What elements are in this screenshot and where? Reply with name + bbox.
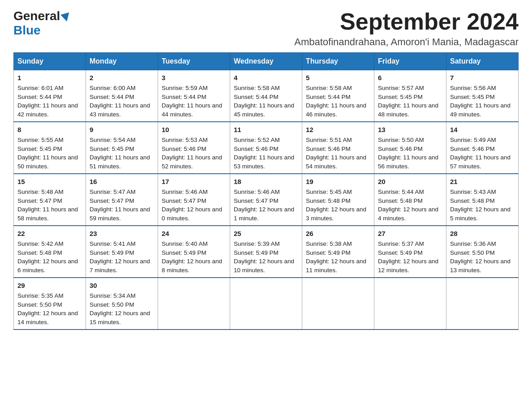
header-friday: Friday [374, 53, 446, 70]
sunset-label: Sunset: 5:49 PM [306, 249, 351, 256]
sunset-label: Sunset: 5:48 PM [450, 197, 495, 204]
header-sunday: Sunday [14, 53, 86, 70]
sunrise-label: Sunrise: 6:00 AM [90, 85, 136, 91]
table-row: 10 Sunrise: 5:53 AM Sunset: 5:46 PM Dayl… [158, 122, 230, 174]
daylight-label: Daylight: 12 hours and 6 minutes. [17, 258, 78, 274]
sunset-label: Sunset: 5:48 PM [378, 197, 423, 204]
day-number: 11 [234, 125, 298, 135]
daylight-label: Daylight: 11 hours and 56 minutes. [378, 154, 438, 170]
sunrise-label: Sunrise: 5:58 AM [306, 85, 352, 91]
table-row: 29 Sunrise: 5:35 AM Sunset: 5:50 PM Dayl… [14, 278, 86, 330]
sunrise-label: Sunrise: 5:44 AM [378, 188, 424, 195]
daylight-label: Daylight: 11 hours and 59 minutes. [90, 206, 150, 222]
sunset-label: Sunset: 5:47 PM [234, 197, 279, 204]
sunset-label: Sunset: 5:46 PM [378, 146, 423, 152]
day-number: 27 [378, 229, 442, 239]
day-number: 8 [17, 125, 82, 135]
day-number: 17 [162, 177, 226, 187]
sunrise-label: Sunrise: 5:39 AM [234, 240, 280, 247]
daylight-label: Daylight: 12 hours and 10 minutes. [234, 258, 294, 274]
table-row: 12 Sunrise: 5:51 AM Sunset: 5:46 PM Dayl… [302, 122, 374, 174]
daylight-label: Daylight: 11 hours and 51 minutes. [90, 154, 150, 170]
daylight-label: Daylight: 12 hours and 4 minutes. [378, 206, 438, 222]
header-tuesday: Tuesday [158, 53, 230, 70]
daylight-label: Daylight: 12 hours and 11 minutes. [306, 258, 366, 274]
table-row [374, 278, 446, 330]
daylight-label: Daylight: 12 hours and 8 minutes. [162, 258, 222, 274]
table-row: 4 Sunrise: 5:58 AM Sunset: 5:44 PM Dayli… [230, 70, 302, 122]
sunset-label: Sunset: 5:45 PM [17, 146, 62, 152]
sunset-label: Sunset: 5:44 PM [234, 94, 279, 100]
sunset-label: Sunset: 5:44 PM [90, 94, 134, 100]
sunrise-label: Sunrise: 5:54 AM [90, 137, 136, 143]
calendar-row: 1 Sunrise: 6:01 AM Sunset: 5:44 PM Dayli… [14, 70, 519, 122]
daylight-label: Daylight: 11 hours and 42 minutes. [17, 102, 78, 118]
day-number: 10 [162, 125, 226, 135]
daylight-label: Daylight: 11 hours and 53 minutes. [234, 154, 294, 170]
daylight-label: Daylight: 11 hours and 46 minutes. [306, 102, 366, 118]
table-row: 19 Sunrise: 5:45 AM Sunset: 5:48 PM Dayl… [302, 174, 374, 226]
daylight-label: Daylight: 11 hours and 44 minutes. [162, 102, 222, 118]
table-row: 16 Sunrise: 5:47 AM Sunset: 5:47 PM Dayl… [86, 174, 158, 226]
header-saturday: Saturday [446, 53, 519, 70]
sunset-label: Sunset: 5:50 PM [17, 301, 62, 308]
sunrise-label: Sunrise: 5:50 AM [378, 137, 424, 143]
sunrise-label: Sunrise: 5:59 AM [162, 85, 208, 91]
sunrise-label: Sunrise: 5:46 AM [234, 188, 280, 195]
day-number: 26 [306, 229, 370, 239]
table-row: 21 Sunrise: 5:43 AM Sunset: 5:48 PM Dayl… [446, 174, 519, 226]
sunrise-label: Sunrise: 5:53 AM [162, 137, 208, 143]
day-number: 15 [17, 177, 82, 187]
calendar-table: Sunday Monday Tuesday Wednesday Thursday… [13, 52, 519, 330]
calendar-header-row: Sunday Monday Tuesday Wednesday Thursday… [14, 53, 519, 70]
logo: General Blue [13, 9, 70, 38]
day-number: 6 [378, 73, 442, 83]
sunset-label: Sunset: 5:46 PM [306, 146, 351, 152]
sunrise-label: Sunrise: 5:36 AM [450, 240, 496, 247]
table-row: 26 Sunrise: 5:38 AM Sunset: 5:49 PM Dayl… [302, 226, 374, 278]
calendar-row: 8 Sunrise: 5:55 AM Sunset: 5:45 PM Dayli… [14, 122, 519, 174]
day-number: 9 [90, 125, 154, 135]
sunrise-label: Sunrise: 5:56 AM [450, 85, 496, 91]
daylight-label: Daylight: 12 hours and 5 minutes. [450, 206, 511, 222]
sunset-label: Sunset: 5:45 PM [378, 94, 423, 100]
table-row: 13 Sunrise: 5:50 AM Sunset: 5:46 PM Dayl… [374, 122, 446, 174]
day-number: 29 [17, 281, 82, 291]
table-row: 24 Sunrise: 5:40 AM Sunset: 5:49 PM Dayl… [158, 226, 230, 278]
title-section: September 2024 Ambatofinandrahana, Amoro… [294, 9, 519, 48]
daylight-label: Daylight: 12 hours and 12 minutes. [378, 258, 438, 274]
sunrise-label: Sunrise: 5:45 AM [306, 188, 352, 195]
table-row: 8 Sunrise: 5:55 AM Sunset: 5:45 PM Dayli… [14, 122, 86, 174]
sunrise-label: Sunrise: 5:41 AM [90, 240, 136, 247]
calendar-row: 22 Sunrise: 5:42 AM Sunset: 5:48 PM Dayl… [14, 226, 519, 278]
table-row: 11 Sunrise: 5:52 AM Sunset: 5:46 PM Dayl… [230, 122, 302, 174]
sunrise-label: Sunrise: 5:42 AM [17, 240, 64, 247]
sunrise-label: Sunrise: 5:47 AM [90, 188, 136, 195]
day-number: 14 [450, 125, 515, 135]
sunrise-label: Sunrise: 5:35 AM [17, 292, 64, 299]
table-row: 18 Sunrise: 5:46 AM Sunset: 5:47 PM Dayl… [230, 174, 302, 226]
table-row: 7 Sunrise: 5:56 AM Sunset: 5:45 PM Dayli… [446, 70, 519, 122]
table-row: 3 Sunrise: 5:59 AM Sunset: 5:44 PM Dayli… [158, 70, 230, 122]
table-row [230, 278, 302, 330]
sunset-label: Sunset: 5:49 PM [234, 249, 279, 256]
day-number: 30 [90, 281, 154, 291]
daylight-label: Daylight: 12 hours and 1 minute. [234, 206, 294, 222]
table-row: 5 Sunrise: 5:58 AM Sunset: 5:44 PM Dayli… [302, 70, 374, 122]
logo-blue-text: Blue [13, 23, 41, 38]
sunset-label: Sunset: 5:50 PM [90, 301, 134, 308]
daylight-label: Daylight: 11 hours and 50 minutes. [17, 154, 78, 170]
location-title: Ambatofinandrahana, Amoron'i Mania, Mada… [294, 36, 519, 48]
sunrise-label: Sunrise: 5:48 AM [17, 188, 64, 195]
header-thursday: Thursday [302, 53, 374, 70]
table-row: 1 Sunrise: 6:01 AM Sunset: 5:44 PM Dayli… [14, 70, 86, 122]
daylight-label: Daylight: 11 hours and 52 minutes. [162, 154, 222, 170]
sunrise-label: Sunrise: 5:46 AM [162, 188, 208, 195]
day-number: 19 [306, 177, 370, 187]
sunrise-label: Sunrise: 5:37 AM [378, 240, 424, 247]
table-row: 22 Sunrise: 5:42 AM Sunset: 5:48 PM Dayl… [14, 226, 86, 278]
table-row: 30 Sunrise: 5:34 AM Sunset: 5:50 PM Dayl… [86, 278, 158, 330]
table-row: 9 Sunrise: 5:54 AM Sunset: 5:45 PM Dayli… [86, 122, 158, 174]
table-row: 14 Sunrise: 5:49 AM Sunset: 5:46 PM Dayl… [446, 122, 519, 174]
day-number: 28 [450, 229, 515, 239]
